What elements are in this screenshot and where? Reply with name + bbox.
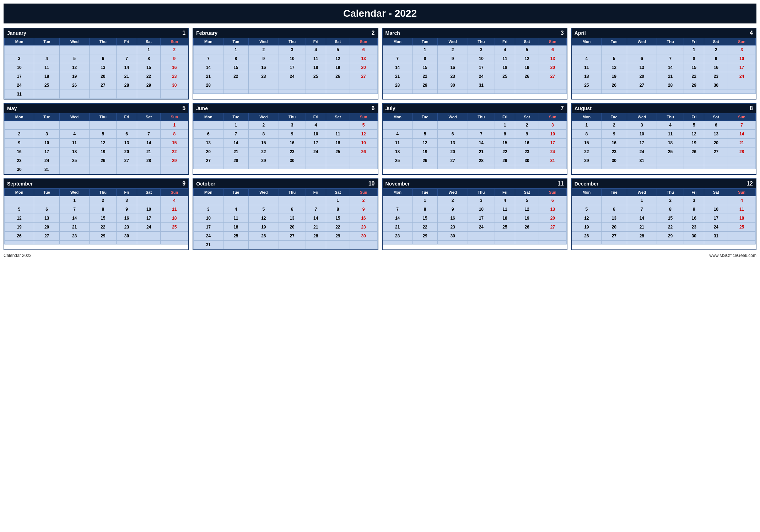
- calendar-day: [468, 232, 495, 241]
- month-number: 3: [561, 30, 564, 36]
- calendar-day: [438, 165, 468, 169]
- calendar-day: 14: [728, 130, 756, 139]
- month-block-february: February2MonTueWedThuFriSatSun1234567891…: [193, 28, 378, 100]
- day-header-tue: Tue: [602, 38, 627, 45]
- month-header-july: July7: [383, 104, 567, 113]
- calendar-day: 20: [90, 72, 117, 81]
- day-header-mon: Mon: [5, 38, 34, 45]
- calendar-day: 11: [306, 54, 326, 63]
- calendar-day: [326, 121, 350, 130]
- calendar-day: 5: [572, 205, 601, 214]
- calendar-day: [728, 156, 756, 165]
- footer-right: www.MSOfficeGeek.com: [710, 253, 756, 258]
- calendar-day: 12: [572, 214, 601, 223]
- calendar-day: 13: [34, 214, 60, 223]
- month-header-october: October10: [193, 179, 377, 188]
- day-header-fri: Fri: [117, 189, 137, 196]
- calendar-day: 10: [5, 63, 34, 72]
- month-table-february: MonTueWedThuFriSatSun1234567891011121314…: [193, 38, 377, 94]
- calendar-day: 8: [223, 54, 249, 63]
- calendar-day: 9: [602, 130, 627, 139]
- calendar-day: 21: [657, 72, 684, 81]
- calendar-day: 18: [728, 214, 756, 223]
- calendar-day: 7: [137, 130, 161, 139]
- day-header-sun: Sun: [539, 38, 566, 45]
- calendar-day: 9: [249, 54, 279, 63]
- month-table-august: MonTueWedThuFriSatSun1234567891011121314…: [572, 113, 756, 169]
- calendar-day: 28: [468, 156, 495, 165]
- day-header-mon: Mon: [383, 189, 412, 196]
- day-header-fri: Fri: [684, 38, 704, 45]
- calendar-day: 1: [161, 121, 188, 130]
- calendar-day: 7: [223, 130, 249, 139]
- calendar-day: [59, 121, 90, 130]
- calendar-day: 25: [223, 232, 249, 241]
- calendar-day: 20: [117, 147, 137, 156]
- month-number: 12: [746, 181, 753, 187]
- calendar-day: 18: [495, 63, 515, 72]
- month-block-november: November11MonTueWedThuFriSatSun123456789…: [382, 178, 567, 250]
- calendar-day: 1: [627, 196, 657, 205]
- calendar-day: 18: [306, 63, 326, 72]
- calendar-day: 29: [684, 81, 704, 90]
- calendar-day: [161, 232, 188, 241]
- day-header-tue: Tue: [223, 189, 249, 196]
- calendar-day: 15: [137, 63, 161, 72]
- calendar-day: 20: [350, 63, 377, 72]
- day-header-thu: Thu: [279, 113, 306, 121]
- calendar-day: 24: [137, 223, 161, 232]
- calendar-day: [468, 121, 495, 130]
- calendar-day: 30: [279, 156, 306, 165]
- day-header-wed: Wed: [438, 189, 468, 196]
- calendar-day: 9: [5, 139, 34, 147]
- day-header-thu: Thu: [657, 189, 684, 196]
- calendar-day: 10: [468, 54, 495, 63]
- month-name: August: [575, 106, 592, 111]
- calendar-day: 7: [468, 130, 495, 139]
- calendar-day: [279, 81, 306, 90]
- calendar-day: 17: [306, 139, 326, 147]
- calendar-day: 13: [602, 214, 627, 223]
- calendar-day: 15: [223, 63, 249, 72]
- calendar-day: 31: [34, 165, 60, 174]
- calendar-day: 23: [249, 72, 279, 81]
- calendar-day: 15: [572, 139, 601, 147]
- calendar-day: [249, 241, 279, 249]
- calendar-day: 15: [90, 214, 117, 223]
- calendar-day: [350, 241, 377, 249]
- calendar-day: 5: [249, 205, 279, 214]
- day-header-sun: Sun: [161, 189, 188, 196]
- calendar-day: 25: [495, 223, 515, 232]
- month-name: July: [386, 106, 395, 111]
- day-header-mon: Mon: [572, 113, 601, 121]
- calendar-day: 14: [657, 63, 684, 72]
- day-header-sat: Sat: [326, 38, 350, 45]
- calendar-day: 20: [438, 147, 468, 156]
- calendar-day: 27: [350, 72, 377, 81]
- calendar-day: 12: [90, 139, 117, 147]
- calendar-day: 11: [657, 130, 684, 139]
- day-header-wed: Wed: [627, 189, 657, 196]
- month-block-october: October10MonTueWedThuFriSatSun1234567891…: [193, 178, 378, 250]
- month-name: March: [386, 30, 400, 36]
- calendar-day: [383, 196, 412, 205]
- calendar-day: [495, 165, 515, 169]
- day-header-fri: Fri: [495, 189, 515, 196]
- calendar-day: [59, 45, 90, 54]
- calendar-day: 21: [306, 223, 326, 232]
- calendar-day: 11: [34, 63, 60, 72]
- calendar-day: [326, 165, 350, 169]
- calendar-day: [194, 90, 223, 94]
- calendar-day: [249, 196, 279, 205]
- calendar-day: 18: [161, 214, 188, 223]
- calendar-day: 9: [279, 130, 306, 139]
- calendar-day: 7: [728, 121, 756, 130]
- calendar-day: [117, 90, 137, 99]
- day-header-thu: Thu: [279, 189, 306, 196]
- calendar-day: 18: [495, 214, 515, 223]
- calendar-day: 26: [515, 72, 539, 81]
- day-header-wed: Wed: [438, 38, 468, 45]
- day-header-wed: Wed: [627, 113, 657, 121]
- calendar-day: 1: [572, 121, 601, 130]
- calendar-day: 23: [684, 223, 704, 232]
